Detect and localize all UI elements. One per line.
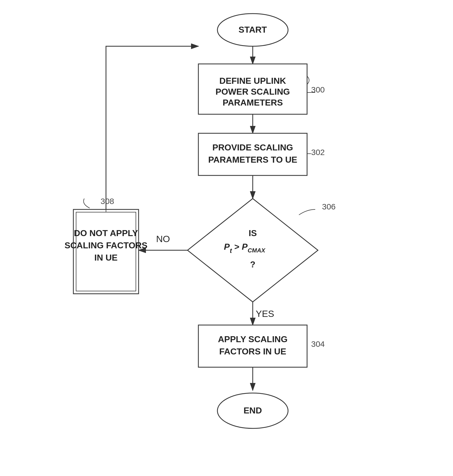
ref306-line bbox=[299, 209, 315, 215]
step302-text-line2: PARAMETERS TO UE bbox=[208, 155, 297, 165]
step308-text-line2: SCALING FACTORS bbox=[64, 240, 147, 250]
step304-text-line2: FACTORS IN UE bbox=[219, 347, 286, 356]
step302-box bbox=[198, 133, 307, 175]
ref308-curve bbox=[84, 199, 90, 208]
flowchart-container: START DEFINE UPLINK POWER SCALING PARAME… bbox=[0, 0, 453, 476]
yes-label: YES bbox=[256, 308, 274, 319]
diamond-is-text: IS bbox=[249, 228, 257, 238]
loop-back-arrow bbox=[106, 46, 198, 209]
diamond-question: ? bbox=[250, 259, 255, 269]
no-label: NO bbox=[156, 234, 170, 244]
end-label: END bbox=[243, 406, 262, 415]
ref-308: 308 bbox=[101, 197, 114, 206]
ref-306: 306 bbox=[322, 202, 336, 211]
step308-box bbox=[73, 209, 139, 294]
step300-text-line3: PARAMETERS bbox=[223, 98, 283, 107]
ref-304: 304 bbox=[311, 339, 325, 348]
start-label: START bbox=[239, 25, 267, 35]
step300-text-line1: DEFINE UPLINK bbox=[219, 76, 286, 86]
step308-text-line3: IN UE bbox=[94, 253, 117, 262]
step304-text-line1: APPLY SCALING bbox=[218, 334, 288, 344]
ref-302: 302 bbox=[311, 148, 325, 157]
ref-300: 300 bbox=[311, 85, 325, 94]
step300-text-line2: POWER SCALING bbox=[215, 87, 290, 97]
step302-text-line1: PROVIDE SCALING bbox=[213, 143, 293, 152]
step304-box bbox=[198, 325, 307, 367]
step308-text-line1: DO NOT APPLY bbox=[74, 228, 138, 238]
